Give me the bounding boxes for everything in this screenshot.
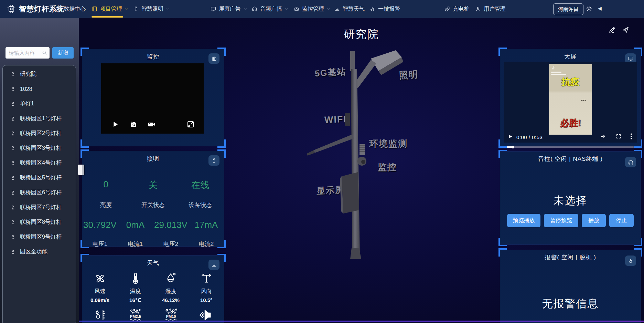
nav-item-audio-broadcast[interactable]: 音频广播 [251,0,289,18]
monitor-icon [210,6,216,12]
device-state-value: 在线 [177,179,224,191]
player-progress-bar[interactable] [507,146,634,148]
sidebar-item[interactable]: 联桥园区3号灯杆 [3,141,76,156]
sidebar-item[interactable]: 联桥园区2号灯杆 [3,126,76,141]
region-button[interactable]: 河南许昌 [553,3,583,15]
player-play-button[interactable] [508,134,513,140]
nav-item-data-center[interactable]: 数据中心 [55,0,86,18]
sidebar-item[interactable]: 联桥园区9号灯杆 [3,230,76,244]
current1-value: 0mA [118,220,153,230]
sidebar-collapse-handle[interactable] [78,165,84,175]
device-sidebar: 新增 研究院 1028 单灯1 联桥园区1号灯杆 联桥园区2号灯杆 联桥园区3号… [0,18,79,323]
weather-card: 天气 风速 0.09m/s 温度 16℃ 湿度 46.12% 风向 [82,256,224,323]
edit-pencil-icon[interactable] [608,25,616,34]
nav-item-one-key-alarm[interactable]: 一键报警 [369,0,400,18]
record-video-icon[interactable] [147,120,156,130]
nav-item-charging-pile[interactable]: 充电桩 [444,0,469,18]
collapse-arrow-button[interactable]: ◀ [598,6,602,11]
corner-bracket [498,238,507,246]
video-overlay-top-text: 抗疫 [549,76,592,88]
alarm-message-text: 无报警信息 [500,296,641,311]
headphones-icon [251,6,258,12]
nav-item-label: 用户管理 [484,6,506,13]
sidebar-item[interactable]: 单灯1 [3,96,76,111]
chevron-down-icon [166,7,170,11]
stop-button[interactable]: 停止 [609,214,634,227]
player-volume-button[interactable] [600,133,606,141]
nav-item-monitoring-mgmt[interactable]: 监控管理 [293,0,331,18]
device-list-panel: 研究院 1028 单灯1 联桥园区1号灯杆 联桥园区2号灯杆 联桥园区3号灯杆 … [2,65,76,323]
alarm-hand-button[interactable] [625,256,636,266]
player-fullscreen-button[interactable] [616,134,621,140]
audio-headphone-button[interactable] [625,157,636,167]
play-button[interactable]: 播放 [582,214,606,227]
voltage2-label: 电压2 [153,240,189,248]
player-progress-knob[interactable] [512,146,514,148]
pause-preview-button[interactable]: 暂停预览 [544,214,578,227]
sidebar-item[interactable]: 联桥园区8号灯杆 [3,215,76,230]
person-pin-icon [10,160,15,166]
lighting-card: 照明 0 关 在线 亮度 开关状态 设备状态 30.792V 0mA 29.01… [82,151,224,247]
nav-item-label: 一键报警 [378,6,400,13]
lamp-pole-graphic [303,48,433,262]
lighting-stat-labels: 亮度 开关状态 设备状态 [82,201,224,209]
cctv-video-area[interactable] [101,63,204,134]
person-pin-icon [10,249,15,254]
monitor-camera-button[interactable] [208,53,219,64]
snapshot-camera-icon[interactable] [129,120,138,130]
play-icon[interactable] [111,121,119,129]
weather-card-title: 天气 [82,256,224,267]
sidebar-item[interactable]: 研究院 [3,67,76,82]
person-pin-icon [10,220,15,225]
person-pin-icon [10,146,15,151]
expand-icon[interactable] [186,120,195,130]
sidebar-item-label: 联桥园区4号灯杆 [20,159,62,167]
weather-metric-windspeed: 风速 0.09m/s [82,271,118,303]
sidebar-item[interactable]: 联桥园区4号灯杆 [3,156,76,170]
add-button[interactable]: 新增 [52,47,74,59]
alarm-card: 报警( 空闲 | 脱机 ) 无报警信息 [500,250,641,323]
preview-play-button[interactable]: 预览播放 [507,214,540,227]
current1-label: 电流1 [118,240,153,248]
video-caption-lines [551,72,572,76]
corner-bracket [634,248,642,257]
sidebar-item[interactable]: 联桥园区1号灯杆 [3,111,76,126]
sidebar-item[interactable]: 联桥园区6号灯杆 [3,185,76,200]
search-icon [42,50,47,55]
video-player[interactable]: 抗疫 必胜! 0:00 / 0:53 [504,62,637,143]
navigate-send-icon[interactable] [621,25,630,34]
sunrise-icon [334,6,340,12]
weather-extra-row: PM2.5 PM10 [82,308,224,322]
player-menu-button[interactable] [630,133,632,141]
metric-label: 温度 [130,288,141,295]
sidebar-item[interactable]: 园区全功能 [3,244,76,259]
corner-bracket [80,139,89,148]
nav-item-label: 智慧照明 [141,6,163,13]
nav-item-smart-weather[interactable]: 智慧天气 [334,0,365,18]
camera-icon [293,6,300,12]
person-pin-icon [10,86,15,92]
search-wrap [6,47,50,59]
tiktok-logo-icon [551,66,555,71]
wind-vane-icon [199,271,214,286]
nav-item-label: 数据中心 [64,6,86,13]
weather-sunrise-button[interactable] [208,260,219,270]
voltage2-value: 29.013V [153,220,189,230]
metric-value: 16℃ [129,297,141,303]
sidebar-item[interactable]: 联桥园区5号灯杆 [3,170,76,185]
nav-item-label: 音频广播 [260,6,282,13]
nav-item-project-mgmt[interactable]: 项目管理 [92,0,129,18]
audio-buttons-row: 预览播放 暂停预览 播放 停止 [500,214,641,227]
nav-item-smart-lighting[interactable]: 智慧照明 [133,0,170,18]
sidebar-item-label: 研究院 [20,71,36,78]
sidebar-item[interactable]: 联桥园区7号灯杆 [3,200,76,215]
settings-button[interactable] [586,5,593,14]
weather-metric-humidity: 湿度 46.12% [153,271,189,303]
lighting-lamp-button[interactable] [208,155,219,166]
nav-item-user-mgmt[interactable]: 用户管理 [475,0,506,18]
sidebar-item[interactable]: 1028 [3,82,76,96]
chevron-down-icon [326,7,331,11]
metric-label: 湿度 [165,288,176,295]
nav-item-label: 充电桩 [453,6,469,13]
nav-item-screen-ads[interactable]: 屏幕广告 [210,0,247,18]
